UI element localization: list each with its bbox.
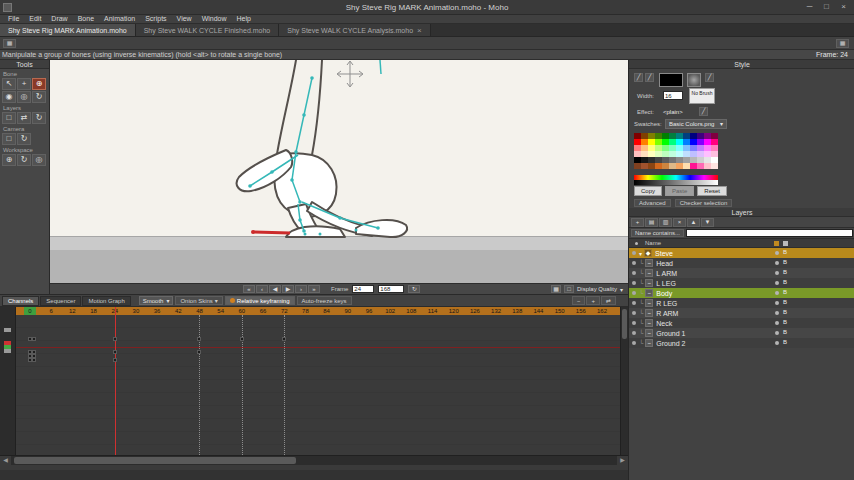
layer-row-body[interactable]: └~BodyB <box>629 288 854 298</box>
step-forward-button[interactable]: › <box>295 285 307 293</box>
color-swatch[interactable] <box>648 163 655 169</box>
visibility-icon[interactable] <box>632 281 636 285</box>
layer-row-l-arm[interactable]: └~L ARMB <box>629 268 854 278</box>
layer-row-ground-2[interactable]: └~Ground 2B <box>629 338 854 348</box>
menu-draw[interactable]: Draw <box>46 15 72 23</box>
rotate-workspace-tool[interactable]: ↻ <box>17 154 31 166</box>
visibility-icon[interactable] <box>632 321 636 325</box>
playhead[interactable] <box>115 315 116 455</box>
visibility-icon[interactable] <box>632 291 636 295</box>
channel-icon[interactable] <box>4 328 11 332</box>
color-swatch[interactable] <box>669 163 676 169</box>
channel-icon[interactable] <box>4 349 11 353</box>
safe-zone-icon[interactable]: □ <box>564 285 574 293</box>
doc-tab[interactable]: Shy Steve WALK CYCLE Analysis.moho× <box>279 24 430 36</box>
keyframe[interactable] <box>197 337 201 341</box>
visibility-icon[interactable] <box>632 271 636 275</box>
checker-selection-button[interactable]: Checker selection <box>675 199 733 207</box>
timeline-tab-sequencer[interactable]: Sequencer <box>40 296 81 306</box>
color-swatch[interactable] <box>697 163 704 169</box>
keyframe[interactable] <box>113 358 117 362</box>
relative-keyframing-button[interactable]: Relative keyframing <box>225 296 295 305</box>
visibility-icon[interactable] <box>632 301 636 305</box>
grayscale-gradient-strip[interactable] <box>634 180 718 185</box>
layer-flag-dot[interactable] <box>775 271 779 275</box>
zoom-workspace-tool[interactable]: ◎ <box>32 154 46 166</box>
menu-help[interactable]: Help <box>232 15 256 23</box>
manipulate-bones-tool[interactable]: ⊕ <box>32 78 46 90</box>
color-swatch[interactable] <box>690 163 697 169</box>
brush-preview[interactable] <box>687 73 701 87</box>
stroke-width-input[interactable] <box>663 91 683 100</box>
doc-tab[interactable]: Shy Steve Rig MARK Animation.moho <box>0 24 136 36</box>
shear-layer-tool[interactable]: ⇄ <box>17 112 31 124</box>
layer-flag-dot[interactable] <box>775 291 779 295</box>
layer-flag-dot[interactable] <box>775 261 779 265</box>
layer-row-neck[interactable]: └~NeckB <box>629 318 854 328</box>
track-camera-tool[interactable]: □ <box>2 133 16 145</box>
keyframe[interactable] <box>113 350 117 354</box>
timeline-hscrollbar[interactable]: ◀ ▶ <box>0 455 628 465</box>
visibility-icon[interactable] <box>632 261 636 265</box>
timeline-ruler[interactable]: 0612182430364248546066727884909610210811… <box>16 307 620 315</box>
layer-row-l-leg[interactable]: └~L LEGB <box>629 278 854 288</box>
layer-flag-dot[interactable] <box>775 251 779 255</box>
advanced-button[interactable]: Advanced <box>634 199 671 207</box>
bone-strength-tool[interactable]: ◎ <box>17 91 31 103</box>
interpolation-select[interactable]: Smooth ▾ <box>139 296 174 305</box>
menu-window[interactable]: Window <box>197 15 232 23</box>
layer-flag-dot[interactable] <box>775 281 779 285</box>
color-swatch[interactable] <box>641 163 648 169</box>
color-swatch[interactable] <box>634 163 641 169</box>
color-swatch[interactable] <box>676 163 683 169</box>
layer-flag-dot[interactable] <box>775 341 779 345</box>
doc-tab[interactable]: Shy Steve WALK CYCLE Finished.moho <box>136 24 280 36</box>
delete-layer-icon[interactable]: × <box>673 218 686 227</box>
prev-keyframe-button[interactable]: ‹ <box>256 285 268 293</box>
keyframe[interactable] <box>32 358 36 362</box>
stereo-view-icon[interactable]: ▦ <box>551 285 561 293</box>
edit-effect-icon[interactable]: ╱ <box>699 107 708 116</box>
color-swatch[interactable] <box>711 163 718 169</box>
move-layer-down-icon[interactable]: ▼ <box>701 218 714 227</box>
new-layer-icon[interactable]: + <box>631 218 644 227</box>
rotate-layer-tool[interactable]: ↻ <box>32 112 46 124</box>
transform-layer-tool[interactable]: □ <box>2 112 16 124</box>
color-swatch[interactable] <box>704 163 711 169</box>
select-bone-tool[interactable]: ↖ <box>2 78 16 90</box>
layer-flag-dot[interactable] <box>775 301 779 305</box>
visibility-icon[interactable] <box>632 341 636 345</box>
timeline-vscrollbar[interactable] <box>620 307 628 455</box>
workspace-grid-icon[interactable]: ▦ <box>3 39 16 48</box>
hscroll-thumb[interactable] <box>14 457 296 464</box>
keyframe[interactable] <box>282 337 286 341</box>
timeline-tracks[interactable] <box>16 315 620 455</box>
canvas[interactable] <box>50 60 628 283</box>
brush-icon[interactable]: ╱ <box>645 73 654 82</box>
menu-animation[interactable]: Animation <box>99 15 140 23</box>
layer-filter-input[interactable] <box>686 229 853 237</box>
zoom-out-timeline-icon[interactable]: − <box>572 296 586 305</box>
minimize-button[interactable]: ─ <box>801 1 818 13</box>
vscroll-thumb[interactable] <box>622 309 627 339</box>
display-quality-label[interactable]: Display Quality <box>577 286 617 292</box>
layer-flag-dot[interactable] <box>775 311 779 315</box>
menu-file[interactable]: File <box>3 15 24 23</box>
visibility-icon[interactable] <box>632 311 636 315</box>
timeline-tab-motion-graph[interactable]: Motion Graph <box>82 296 130 306</box>
step-back-button[interactable]: ◀ <box>269 285 281 293</box>
edit-color-icon[interactable]: ╱ <box>705 73 714 82</box>
layer-row-r-leg[interactable]: └~R LEGB <box>629 298 854 308</box>
keyframe[interactable] <box>32 337 36 341</box>
duplicate-layer-icon[interactable]: ▥ <box>659 218 672 227</box>
jump-start-button[interactable]: « <box>243 285 255 293</box>
color-swatch[interactable] <box>662 163 669 169</box>
expand-icon[interactable]: ▾ <box>639 250 642 257</box>
reset-style-button[interactable]: Reset <box>697 186 727 196</box>
scroll-right-icon[interactable]: ▶ <box>617 456 628 465</box>
layer-flag-dot[interactable] <box>775 331 779 335</box>
pan-workspace-tool[interactable]: ⊕ <box>2 154 16 166</box>
filter-mode-button[interactable]: Name contains... <box>631 229 684 237</box>
jump-end-button[interactable]: » <box>308 285 320 293</box>
zoom-in-timeline-icon[interactable]: + <box>586 296 600 305</box>
